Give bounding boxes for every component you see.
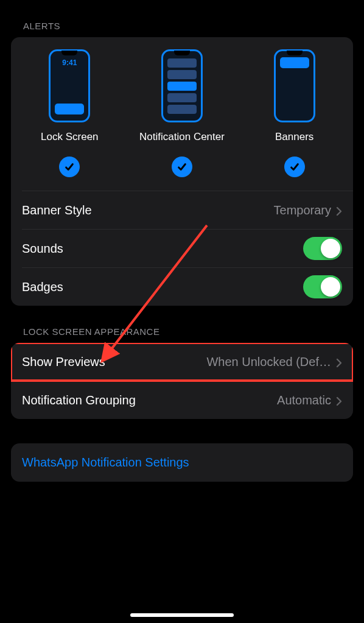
show-previews-row[interactable]: Show Previews When Unlocked (Def…: [11, 343, 353, 381]
lock-screen-appearance-header: LOCK SCREEN APPEARANCE: [11, 306, 353, 343]
banner-style-value: Temporary: [274, 203, 342, 217]
sounds-row: Sounds: [11, 230, 353, 267]
alert-style-lock-screen[interactable]: 9:41 Lock Screen: [14, 49, 125, 188]
home-indicator[interactable]: [130, 613, 234, 617]
alert-style-notification-center[interactable]: Notification Center: [127, 49, 238, 188]
chevron-right-icon: [336, 357, 342, 367]
notification-grouping-value: Automatic: [277, 393, 342, 407]
alert-styles-row: 9:41 Lock Screen Notification Center: [11, 37, 353, 191]
lock-screen-appearance-card: Show Previews When Unlocked (Def… Notifi…: [11, 343, 353, 419]
alert-style-banners[interactable]: Banners: [239, 49, 350, 188]
settings-screen: ALERTS 9:41 Lock Screen: [0, 0, 364, 623]
notification-center-label: Notification Center: [139, 131, 225, 143]
alerts-section-header: ALERTS: [11, 0, 353, 37]
checkmark-icon: [177, 161, 187, 172]
lock-screen-checkbox[interactable]: [59, 157, 80, 177]
notification-grouping-label: Notification Grouping: [22, 393, 136, 407]
show-previews-value: When Unlocked (Def…: [206, 355, 342, 369]
app-settings-card: WhatsApp Notification Settings: [11, 443, 353, 482]
notification-grouping-row[interactable]: Notification Grouping Automatic: [11, 381, 353, 419]
banners-checkbox[interactable]: [284, 157, 305, 177]
badges-label: Badges: [22, 280, 63, 294]
chevron-right-icon: [336, 395, 342, 405]
notification-center-diagram: [161, 49, 203, 122]
notification-center-checkbox[interactable]: [172, 157, 192, 177]
badges-row: Badges: [11, 268, 353, 306]
alerts-card: 9:41 Lock Screen Notification Center: [11, 37, 353, 306]
chevron-right-icon: [336, 205, 342, 215]
whatsapp-notification-settings-link[interactable]: WhatsApp Notification Settings: [11, 443, 353, 482]
lock-screen-label: Lock Screen: [41, 131, 99, 143]
sounds-label: Sounds: [22, 242, 63, 256]
checkmark-icon: [64, 161, 75, 172]
lock-screen-clock: 9:41: [51, 58, 88, 67]
badges-toggle[interactable]: [303, 275, 342, 298]
show-previews-label: Show Previews: [22, 355, 105, 369]
banner-style-label: Banner Style: [22, 203, 92, 217]
banners-label: Banners: [275, 131, 313, 143]
sounds-toggle[interactable]: [303, 237, 342, 260]
banner-style-row[interactable]: Banner Style Temporary: [11, 191, 353, 229]
checkmark-icon: [289, 161, 300, 172]
lock-screen-diagram: 9:41: [49, 49, 90, 122]
banners-diagram: [274, 49, 315, 122]
